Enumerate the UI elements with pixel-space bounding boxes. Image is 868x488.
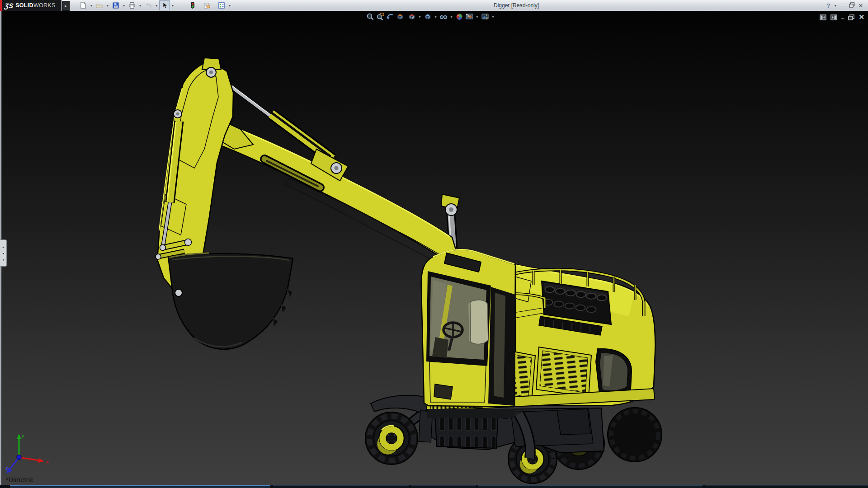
3ds-logo-icon: ƷS [4, 2, 14, 9]
save-dropdown[interactable]: ▾ [121, 1, 127, 10]
pane-left-icon [820, 14, 826, 20]
print-button[interactable] [127, 0, 137, 10]
save-icon [112, 2, 119, 9]
collapse-arrow-icon: ◂ [2, 245, 4, 249]
undo-dropdown[interactable]: ▾ [154, 1, 159, 10]
dropdown-icon: ▾ [156, 4, 157, 8]
comment-button[interactable] [202, 0, 212, 10]
view-orientation-button[interactable] [407, 12, 417, 21]
dropdown-icon: ▾ [229, 4, 231, 8]
undo-icon [145, 2, 152, 9]
zoom-to-area-button[interactable] [375, 12, 385, 21]
design-checker-icon [218, 2, 225, 9]
hide-show-items-button[interactable] [439, 12, 448, 21]
select-dropdown[interactable]: ▾ [170, 1, 175, 10]
display-style-button[interactable] [423, 12, 433, 21]
restore-icon [849, 2, 855, 8]
open-icon [96, 2, 103, 9]
minimize-doc-button[interactable]: – [841, 15, 844, 22]
logo-red-stripe [0, 0, 2, 11]
menu-expand-button[interactable]: ▸ [62, 1, 70, 11]
view-settings-icon [481, 13, 489, 21]
design-checker-dropdown[interactable]: ▾ [227, 1, 232, 10]
solidworks-window: ƷS SOLIDWORKS ▸ ▾ ▾ ▾ ▾ ▾ ▾ [0, 0, 868, 488]
logo-text-solid: SOLID [15, 2, 33, 9]
apply-scene-button[interactable] [464, 12, 474, 21]
dropdown-icon: ▾ [107, 4, 108, 8]
dropdown-icon: ▾ [419, 15, 420, 19]
expand-arrow-icon: ▸ [65, 4, 67, 8]
previous-view-button[interactable] [385, 12, 395, 21]
pane-right-button[interactable] [830, 14, 837, 20]
hide-show-items-icon [439, 13, 448, 21]
new-document-dropdown[interactable]: ▾ [89, 1, 94, 10]
display-style-dropdown[interactable]: ▾ [433, 12, 439, 21]
dropdown-icon: ▾ [434, 15, 436, 19]
close-button[interactable]: ✕ [856, 2, 865, 9]
open-dropdown[interactable]: ▾ [105, 1, 110, 10]
taskbar-button-edge[interactable] [273, 485, 409, 488]
minimize-button[interactable]: – [838, 2, 847, 9]
view-settings-button[interactable] [480, 12, 490, 21]
taskbar-button-edge[interactable] [705, 485, 868, 488]
save-button[interactable] [110, 0, 121, 10]
dropdown-icon: ▾ [450, 15, 452, 19]
hide-show-items-dropdown[interactable]: ▾ [448, 12, 454, 21]
zoom-to-fit-button[interactable] [365, 12, 375, 21]
restore-doc-icon [848, 14, 854, 20]
title-bar: ƷS SOLIDWORKS ▸ ▾ ▾ ▾ ▾ ▾ ▾ [0, 0, 868, 11]
display-style-icon [424, 13, 432, 21]
dropdown-icon: ▾ [139, 4, 141, 8]
new-document-button[interactable] [78, 0, 89, 10]
pane-left-button[interactable] [820, 14, 826, 20]
print-dropdown[interactable]: ▾ [137, 1, 143, 10]
taskbar-button-edge[interactable] [478, 485, 703, 488]
taskbar-button-edge[interactable] [10, 485, 270, 488]
restore-button[interactable] [847, 2, 856, 9]
apply-scene-dropdown[interactable]: ▾ [474, 12, 480, 21]
edit-appearance-icon [455, 13, 463, 21]
window-controls: ? ▾ – ✕ [824, 1, 865, 10]
section-view-button[interactable] [395, 12, 405, 21]
zoom-to-fit-icon [366, 13, 374, 21]
open-button[interactable] [94, 0, 105, 10]
print-icon [128, 2, 136, 9]
apply-scene-icon [465, 13, 473, 21]
view-settings-dropdown[interactable]: ▾ [490, 12, 496, 21]
window-title: Digger [Read-only] [494, 2, 539, 9]
logo-text-works: WORKS [33, 2, 56, 9]
dropdown-icon: ▾ [123, 4, 125, 8]
help-dropdown[interactable]: ▾ [833, 4, 838, 8]
solidworks-logo: ƷS SOLIDWORKS [0, 0, 61, 11]
new-document-icon [80, 2, 87, 9]
feature-manager-collapse-tab[interactable]: ◂ ◂ ◂ [0, 239, 7, 267]
restore-doc-button[interactable] [848, 14, 854, 20]
pane-right-icon [830, 14, 837, 20]
view-orientation-icon [408, 13, 416, 21]
close-doc-button[interactable]: ✕ [859, 13, 864, 21]
zoom-to-area-icon [376, 13, 384, 21]
dropdown-icon: ▾ [492, 15, 494, 19]
dropdown-icon: ▾ [90, 4, 92, 8]
standard-toolbar: ▾ ▾ ▾ ▾ ▾ ▾ [78, 0, 232, 10]
view-orientation-dropdown[interactable]: ▾ [417, 12, 423, 21]
select-button[interactable] [159, 0, 170, 10]
help-button[interactable]: ? [824, 2, 833, 9]
os-taskbar-edge[interactable] [0, 485, 868, 488]
collapse-arrow-icon: ◂ [2, 258, 4, 261]
undo-button[interactable] [143, 0, 154, 10]
dropdown-icon: ▾ [172, 4, 174, 8]
stop-light-icon [189, 2, 196, 9]
dropdown-icon: ▾ [476, 15, 478, 19]
taskbar-button-edge[interactable] [411, 485, 476, 488]
edit-appearance-button[interactable] [454, 12, 464, 21]
section-view-icon [396, 13, 404, 21]
graphics-area[interactable] [0, 11, 868, 488]
design-checker-button[interactable] [216, 0, 227, 10]
comment-icon [203, 2, 211, 9]
previous-view-icon [386, 13, 394, 21]
headsup-view-toolbar: ▾ ▾ ▾ ▾ ▾ [365, 12, 496, 21]
select-cursor-icon [161, 2, 168, 9]
stop-light-button[interactable] [187, 0, 198, 10]
collapse-arrow-icon: ◂ [2, 252, 4, 255]
